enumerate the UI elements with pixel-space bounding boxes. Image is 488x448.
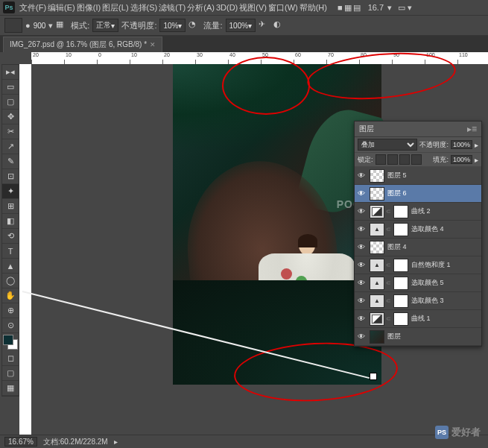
menu-3d[interactable]: 3D(D) (216, 3, 238, 12)
visibility-icon[interactable]: 👁 (355, 279, 368, 287)
layer-name: 自然饱和度 1 (410, 260, 481, 270)
menu-bar: Ps 文件(F) 编辑(E) 图像(I) 图层(L) 选择(S) 滤镜(T) 分… (0, 0, 488, 15)
visibility-icon[interactable]: 👁 (355, 243, 368, 251)
opacity-label: 不透明度: (121, 20, 156, 31)
layer-row[interactable]: 👁图层 (355, 328, 481, 346)
layer-name: 图层 (386, 332, 481, 341)
tool-button[interactable]: T (2, 244, 19, 259)
panel-menu-icon[interactable]: ▸≡ (467, 124, 477, 134)
layer-name: 图层 5 (386, 171, 481, 180)
fill-label: 填充: (433, 155, 449, 165)
visibility-icon[interactable]: 👁 (355, 261, 368, 269)
lock-pixels-icon[interactable] (387, 154, 398, 165)
tool-mode-button[interactable]: ▦ (2, 381, 19, 396)
menu-help[interactable]: 帮助(H) (300, 2, 327, 13)
opacity-value[interactable]: 10% ▾ (159, 19, 186, 32)
visibility-icon[interactable]: 👁 (355, 297, 368, 305)
tool-button[interactable]: ▭ (2, 80, 19, 95)
visibility-icon[interactable]: 👁 (355, 225, 368, 233)
tool-button[interactable]: ✦ (2, 184, 19, 199)
airbrush-icon[interactable]: ✈ (259, 19, 270, 31)
vertical-ruler (19, 64, 31, 435)
fill-value[interactable]: 100% (451, 155, 472, 164)
lock-all-icon[interactable] (411, 154, 422, 165)
menu-filter[interactable]: 滤镜(T) (159, 2, 186, 13)
tool-button[interactable]: ▢ (2, 95, 19, 110)
tool-button[interactable]: ⟲ (2, 229, 19, 244)
brush-preset-icon[interactable] (4, 18, 22, 33)
menu-layer[interactable]: 图层(L) (102, 2, 128, 13)
lock-transparent-icon[interactable] (375, 154, 386, 165)
lock-position-icon[interactable] (399, 154, 410, 165)
menu-view[interactable]: 视图(V) (239, 2, 267, 13)
layers-panel: 图层 ▸≡ 叠加 不透明度: 100%▸ 锁定: 填充: 100%▸ 👁图层 5… (354, 121, 482, 347)
status-menu-icon[interactable]: ▸ (114, 438, 118, 446)
visibility-icon[interactable]: 👁 (355, 171, 368, 180)
menu-window[interactable]: 窗口(W) (268, 2, 298, 13)
brush-panel-icon[interactable]: ▦ (56, 19, 68, 31)
layer-row[interactable]: 👁⊂曲线 2 (355, 203, 481, 221)
mode-select[interactable]: 正常 ▾ (92, 19, 118, 32)
document-tab-bar: IMG_267.psd @ 16.7% (图层 6, RGB/8) * ✕ (0, 36, 488, 52)
layer-opacity-value[interactable]: 100% (451, 140, 472, 149)
menu-select[interactable]: 选择(S) (130, 2, 158, 13)
layer-row[interactable]: 👁图层 6 (355, 185, 481, 203)
tool-button[interactable]: ⊕ (2, 303, 19, 318)
doc-size: 文档:60.2M/228.2M (43, 437, 108, 447)
visibility-icon[interactable]: 👁 (355, 207, 368, 215)
tablet-opacity-icon[interactable]: ◔ (188, 19, 200, 31)
tool-button[interactable]: ✎ (2, 154, 19, 169)
tool-button[interactable]: ▲ (2, 259, 19, 274)
layer-row[interactable]: 👁图层 5 (355, 167, 481, 185)
zoom-field[interactable]: 16.67% (4, 437, 37, 447)
tool-button[interactable]: ✋ (2, 288, 19, 303)
tool-mode-button[interactable]: ◻ (2, 351, 19, 366)
brush-dot-icon[interactable]: ● (25, 21, 31, 30)
visibility-icon[interactable]: 👁 (355, 332, 368, 341)
layer-list: 👁图层 5👁图层 6👁⊂曲线 2👁▲⊂选取颜色 4👁图层 4👁▲⊂自然饱和度 1… (355, 167, 481, 346)
document-tab[interactable]: IMG_267.psd @ 16.7% (图层 6, RGB/8) * ✕ (3, 37, 162, 52)
handle-icon[interactable]: ▸◂ (2, 65, 19, 80)
image-foliage-bottom (173, 280, 381, 385)
tablet-size-icon[interactable]: ◐ (273, 19, 285, 31)
tool-button[interactable]: ◧ (2, 214, 19, 229)
layer-row[interactable]: 👁▲⊂选取颜色 5 (355, 274, 481, 292)
tool-button[interactable]: ⊞ (2, 199, 19, 214)
visibility-icon[interactable]: 👁 (355, 315, 368, 323)
close-icon[interactable]: ✕ (150, 41, 156, 48)
tool-button[interactable]: ◯ (2, 274, 19, 288)
tool-mode-button[interactable]: ▢ (2, 366, 19, 381)
flow-label: 流量: (203, 20, 222, 31)
visibility-icon[interactable]: 👁 (355, 189, 368, 198)
opacity-label: 不透明度: (419, 140, 449, 150)
tool-button[interactable]: ⊡ (2, 169, 19, 184)
flow-value[interactable]: 100% ▾ (226, 19, 256, 32)
menu-image[interactable]: 图像(I) (77, 2, 101, 13)
brush-size[interactable]: 900 (34, 22, 46, 30)
tool-button[interactable]: ✥ (2, 110, 19, 124)
layer-row[interactable]: 👁▲⊂选取颜色 3 (355, 292, 481, 310)
layer-name: 选取颜色 5 (410, 278, 481, 288)
status-bar: 16.67% 文档:60.2M/228.2M ▸ (0, 435, 488, 448)
tab-title: IMG_267.psd @ 16.7% (图层 6, RGB/8) * (10, 40, 147, 50)
layer-name: 曲线 1 (410, 314, 481, 324)
lock-label: 锁定: (358, 155, 373, 165)
layer-row[interactable]: 👁图层 4 (355, 239, 481, 256)
tool-button[interactable]: ⊙ (2, 318, 19, 333)
options-bar: ● 900 ▾ ▦ 模式: 正常 ▾ 不透明度: 10% ▾ ◔ 流量: 100… (0, 15, 488, 36)
menu-analysis[interactable]: 分析(A) (187, 2, 215, 13)
tool-button[interactable]: ↗ (2, 139, 19, 154)
blend-mode-select[interactable]: 叠加 (358, 139, 417, 151)
layer-row[interactable]: 👁▲⊂选取颜色 4 (355, 221, 481, 239)
annotation-handle[interactable] (370, 373, 377, 380)
layer-name: 图层 4 (386, 242, 481, 252)
zoom-combo[interactable]: 16.7 ▾ (368, 3, 392, 13)
layer-row[interactable]: 👁⊂曲线 1 (355, 310, 481, 328)
page-watermark: PS 爱好者 (435, 426, 481, 439)
color-swatch[interactable] (3, 335, 18, 350)
layer-name: 曲线 2 (410, 206, 481, 216)
tool-button[interactable]: ✂ (2, 124, 19, 139)
menu-file[interactable]: 文件(F) (19, 2, 46, 13)
menu-edit[interactable]: 编辑(E) (48, 2, 75, 13)
layer-row[interactable]: 👁▲⊂自然饱和度 1 (355, 256, 481, 274)
